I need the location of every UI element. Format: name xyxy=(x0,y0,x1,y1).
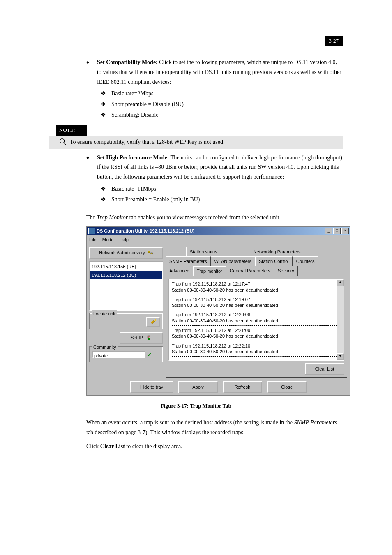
tab-station-status[interactable]: Station status xyxy=(186,247,221,257)
trap-entry: Trap from 192.115.118.212 at 12:17:47Sta… xyxy=(172,281,341,293)
svg-marker-5 xyxy=(151,320,155,324)
trap-entry: Trap from 192.115.118.212 at 12:19:07Sta… xyxy=(172,297,341,309)
list-item[interactable]: 192.115.118.212 (BU) xyxy=(90,271,162,280)
scroll-up-button[interactable]: ▲ xyxy=(337,279,344,286)
community-input[interactable]: private xyxy=(92,351,145,358)
trap-list[interactable]: Trap from 192.115.118.212 at 12:17:47Sta… xyxy=(168,279,344,360)
network-autodiscovery-button[interactable]: Network Autodiscovery xyxy=(89,247,163,259)
set-compatibility-item: Set Compatibility Mode: Click to set the… xyxy=(97,58,343,87)
sub-item: Short Preamble = Enable (only in BU) xyxy=(111,195,343,205)
svg-rect-9 xyxy=(148,338,150,340)
flashlight-icon xyxy=(150,319,157,325)
svg-line-4 xyxy=(150,252,151,254)
svg-line-6 xyxy=(154,319,156,320)
paragraph-clear-list: Click Clear List to clear the display ar… xyxy=(86,442,343,451)
locate-unit-button[interactable] xyxy=(146,317,160,327)
menubar: File Mode Help xyxy=(87,235,350,244)
note-block: NOTE: To ensure compatibility, verify th… xyxy=(49,125,343,149)
list-item[interactable]: 192.115.118.155 (RB) xyxy=(90,263,162,271)
device-list[interactable]: 192.115.118.155 (RB) 192.115.118.212 (BU… xyxy=(89,261,163,311)
locate-unit-label: Locate unit xyxy=(92,310,117,318)
header-rule xyxy=(49,46,343,46)
autodiscovery-icon xyxy=(148,250,153,255)
svg-text:IP: IP xyxy=(148,336,150,338)
svg-line-7 xyxy=(155,320,156,321)
figure-caption: Figure 3-17: Trap Monitor Tab xyxy=(49,401,343,410)
refresh-button[interactable]: Refresh xyxy=(223,381,262,393)
tab-snmp-parameters[interactable]: SNMP Parameters xyxy=(166,256,211,266)
trap-intro: The Trap Monitor tab enables you to view… xyxy=(86,213,343,223)
tab-trap-monitor[interactable]: Trap monitor xyxy=(193,266,226,276)
sub-item: Basic rate=11Mbps xyxy=(111,184,343,194)
titlebar: DS Configuration Utility, 192.115.118.21… xyxy=(87,227,350,235)
note-text: To ensure compatibility, verify that a 1… xyxy=(70,137,224,147)
locate-unit-group: Locate unit xyxy=(89,313,163,329)
note-icon xyxy=(58,137,67,146)
set-ip-button[interactable]: Set IP IP xyxy=(120,332,163,344)
set-high-performance-title: Set High Performance Mode: xyxy=(97,154,169,161)
tab-counters[interactable]: Counters xyxy=(293,256,318,266)
app-icon xyxy=(88,228,95,234)
config-utility-window: DS Configuration Utility, 192.115.118.21… xyxy=(86,226,350,395)
page-number: 3-27 xyxy=(325,36,343,46)
tabs-container: Station status Networking Parameters SNM… xyxy=(166,247,347,378)
svg-line-1 xyxy=(64,143,66,145)
close-button[interactable]: Close xyxy=(267,381,307,393)
menu-help[interactable]: Help xyxy=(119,236,129,244)
minimize-button[interactable]: _ xyxy=(325,228,332,234)
bullet-marker: ♦ xyxy=(86,153,97,182)
trap-entry: Trap from 192.115.118.212 at 12:20:08Sta… xyxy=(172,312,341,324)
sub-item: Scrambling: Disable xyxy=(111,110,343,120)
check-icon[interactable]: ✓ xyxy=(147,350,152,360)
hide-to-tray-button[interactable]: Hide to tray xyxy=(130,381,173,393)
set-compatibility-title: Set Compatibility Mode: xyxy=(97,59,158,65)
bottom-bar: Hide to tray Apply Refresh Close xyxy=(87,380,350,395)
menu-file[interactable]: File xyxy=(89,236,97,244)
sub-marker: ❖ xyxy=(101,195,111,205)
sub-marker: ❖ xyxy=(101,99,111,109)
clear-list-button[interactable]: Clear List xyxy=(305,363,344,375)
tab-station-control[interactable]: Station Control xyxy=(255,256,293,266)
scrollbar[interactable]: ▲ ▼ xyxy=(337,279,344,359)
trap-entry: Trap from 192.115.118.212 at 12:21:09Sta… xyxy=(172,327,341,339)
apply-button[interactable]: Apply xyxy=(178,381,218,393)
sub-marker: ❖ xyxy=(101,184,111,194)
window-title: DS Configuration Utility, 192.115.118.21… xyxy=(97,227,194,235)
bullet-marker: ♦ xyxy=(86,58,97,87)
sub-marker: ❖ xyxy=(101,89,111,99)
community-group: Community private ✓ xyxy=(89,346,163,363)
tab-general-parameters[interactable]: General Parameters xyxy=(226,266,274,276)
close-window-button[interactable]: × xyxy=(341,228,349,234)
setip-icon: IP xyxy=(145,335,152,341)
tab-security[interactable]: Security xyxy=(274,266,298,276)
sub-item: Basic rate=2Mbps xyxy=(111,89,343,99)
svg-rect-2 xyxy=(148,251,150,253)
sub-item: Short preamble = Disable (BU) xyxy=(111,99,343,109)
tab-wlan-parameters[interactable]: WLAN parameters xyxy=(211,256,255,266)
scroll-down-button[interactable]: ▼ xyxy=(337,353,344,360)
community-label: Community xyxy=(92,343,118,351)
note-label: NOTE: xyxy=(56,125,87,136)
menu-mode[interactable]: Mode xyxy=(102,236,114,244)
trap-entry: Trap from 192.115.118.212 at 12:22:10Sta… xyxy=(172,343,341,355)
set-high-performance-item: Set High Performance Mode: The units can… xyxy=(97,153,343,182)
maximize-button[interactable]: □ xyxy=(333,228,341,234)
svg-rect-3 xyxy=(151,253,152,254)
tab-networking-parameters[interactable]: Networking Parameters xyxy=(250,247,304,257)
paragraph-snmp: When an event occurs, a trap is sent to … xyxy=(86,418,343,438)
tab-advanced[interactable]: Advanced xyxy=(166,266,193,276)
sub-marker: ❖ xyxy=(101,110,111,120)
